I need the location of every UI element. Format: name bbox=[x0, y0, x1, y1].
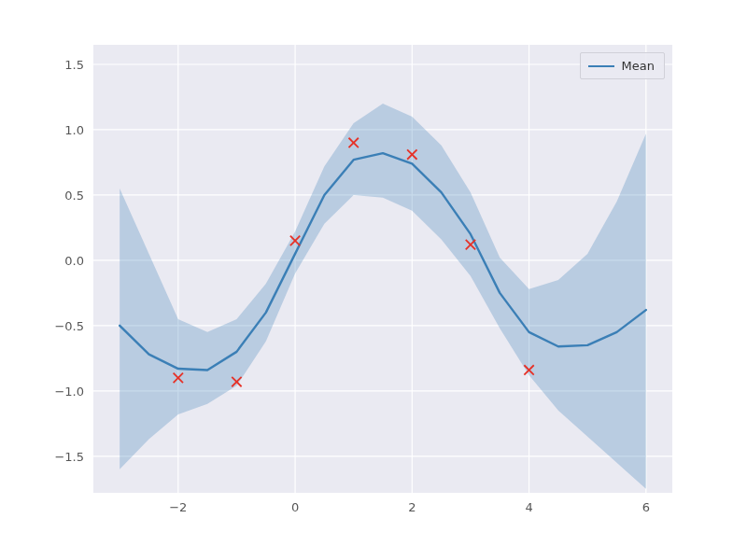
y-tick-label: 1.0 bbox=[64, 122, 84, 136]
y-tick-label: 0.5 bbox=[64, 188, 84, 202]
legend-line-icon bbox=[588, 65, 614, 67]
legend-entry-mean: Mean bbox=[588, 59, 655, 73]
x-tick-label: 0 bbox=[291, 500, 299, 514]
legend: Mean bbox=[580, 52, 665, 79]
figure: Mean −20246−1.5−1.0−0.50.00.51.01.5 bbox=[0, 0, 747, 560]
plot-svg bbox=[93, 45, 672, 493]
y-tick-label: −0.5 bbox=[54, 318, 84, 332]
x-tick-label: 6 bbox=[642, 500, 650, 514]
x-tick-label: 4 bbox=[525, 500, 532, 514]
legend-label: Mean bbox=[622, 59, 655, 73]
y-tick-label: 0.0 bbox=[64, 253, 84, 267]
x-tick-label: −2 bbox=[169, 500, 187, 514]
plot-area: Mean bbox=[93, 45, 672, 493]
y-tick-label: −1.5 bbox=[54, 449, 84, 463]
y-tick-label: 1.5 bbox=[64, 57, 84, 71]
x-tick-label: 2 bbox=[408, 500, 416, 514]
y-tick-label: −1.0 bbox=[54, 384, 84, 398]
confidence-band bbox=[120, 104, 646, 489]
